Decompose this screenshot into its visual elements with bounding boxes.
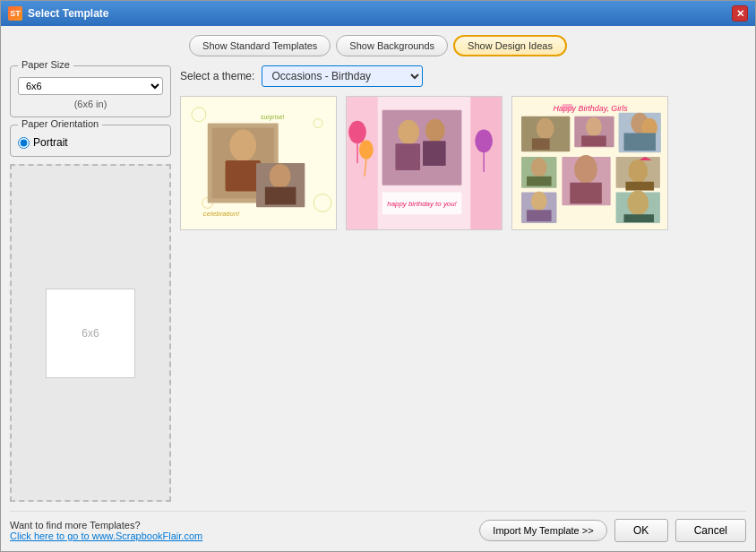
scrapbook-link[interactable]: Click here to go to www.ScrapbookFlair.c…	[10, 530, 202, 541]
close-button[interactable]: ✕	[732, 5, 748, 22]
top-button-group: Show Standard Templates Show Backgrounds…	[10, 35, 746, 56]
find-more-text: Want to find more Templates?	[10, 520, 202, 530]
orientation-radio-group: Portrait	[18, 136, 163, 149]
paper-orientation-label: Paper Orientation	[18, 118, 102, 129]
theme-row: Select a theme: Occasions - Birthday Occ…	[180, 65, 746, 87]
svg-point-56	[627, 191, 649, 216]
svg-point-22	[348, 121, 366, 144]
svg-text:surprise!: surprise!	[261, 114, 285, 121]
svg-text:celebration!: celebration!	[203, 210, 241, 218]
svg-point-26	[475, 130, 493, 153]
svg-rect-19	[395, 143, 420, 170]
show-backgrounds-button[interactable]: Show Backgrounds	[336, 35, 448, 56]
portrait-radio[interactable]	[18, 137, 30, 149]
template-card[interactable]: Happy Birthday, Girls	[511, 96, 668, 230]
svg-point-46	[574, 155, 597, 184]
template-card[interactable]: happy birthday to you!	[346, 96, 503, 230]
svg-point-33	[537, 118, 554, 140]
paper-size-select[interactable]: 6x6 4x4 4x6 5x5 8x8 8x10	[18, 77, 163, 95]
svg-point-10	[270, 164, 291, 189]
template-card[interactable]: celebration! surprise!	[180, 96, 337, 230]
svg-point-7	[229, 130, 256, 162]
svg-rect-8	[226, 160, 261, 192]
svg-rect-57	[623, 214, 654, 222]
show-standard-templates-button[interactable]: Show Standard Templates	[189, 35, 331, 56]
window-title: Select Template	[28, 7, 108, 20]
svg-rect-21	[423, 141, 446, 166]
svg-rect-54	[527, 210, 552, 221]
svg-rect-58	[562, 104, 572, 111]
svg-point-20	[425, 119, 445, 142]
right-panel: Select a theme: Occasions - Birthday Occ…	[180, 65, 746, 502]
title-bar-left: ST Select Template	[8, 6, 108, 21]
svg-point-50	[628, 160, 648, 183]
paper-size-label: Paper Size	[18, 59, 73, 70]
svg-rect-44	[527, 177, 552, 186]
bottom-bar: Want to find more Templates? Click here …	[10, 511, 746, 542]
svg-point-53	[531, 192, 547, 211]
select-template-window: ST Select Template ✕ Show Standard Templ…	[0, 0, 756, 552]
svg-point-18	[398, 120, 419, 145]
left-panel: Paper Size 6x6 4x4 4x6 5x5 8x8 8x10 (6x6…	[10, 65, 171, 502]
svg-rect-37	[581, 135, 606, 146]
bottom-right: Import My Template >> OK Cancel	[479, 519, 746, 542]
svg-rect-41	[623, 133, 656, 151]
paper-orientation-group: Paper Orientation Portrait	[10, 125, 171, 157]
svg-rect-51	[625, 182, 654, 191]
theme-select-label: Select a theme:	[180, 70, 254, 82]
portrait-label: Portrait	[33, 136, 68, 149]
svg-text:happy birthday to you!: happy birthday to you!	[387, 200, 457, 208]
window-body: Show Standard Templates Show Backgrounds…	[1, 26, 755, 551]
svg-point-24	[359, 140, 374, 160]
svg-rect-16	[470, 97, 502, 229]
paper-preview-box: 6x6	[10, 164, 171, 502]
theme-dropdown[interactable]: Occasions - Birthday Occasions - Christm…	[262, 65, 423, 87]
bottom-left: Want to find more Templates? Click here …	[10, 520, 202, 541]
app-icon: ST	[8, 6, 22, 21]
templates-grid: celebration! surprise!	[180, 96, 746, 502]
show-design-ideas-button[interactable]: Show Design Ideas	[453, 35, 567, 56]
ok-button[interactable]: OK	[614, 519, 668, 542]
svg-rect-17	[382, 110, 462, 185]
paper-preview-inner: 6x6	[46, 289, 135, 378]
main-content: Paper Size 6x6 4x4 4x6 5x5 8x8 8x10 (6x6…	[10, 65, 746, 502]
svg-point-36	[586, 117, 602, 137]
svg-rect-11	[265, 187, 296, 205]
svg-rect-47	[570, 183, 602, 204]
preview-size-label: 6x6	[82, 327, 99, 340]
cancel-button[interactable]: Cancel	[675, 519, 746, 542]
svg-point-43	[531, 158, 547, 177]
svg-rect-15	[347, 97, 378, 229]
paper-size-display: (6x6 in)	[18, 99, 163, 109]
title-bar: ST Select Template ✕	[1, 1, 755, 26]
paper-size-group: Paper Size 6x6 4x4 4x6 5x5 8x8 8x10 (6x6…	[10, 65, 171, 117]
import-template-button[interactable]: Import My Template >>	[479, 520, 606, 541]
svg-rect-34	[532, 138, 550, 150]
